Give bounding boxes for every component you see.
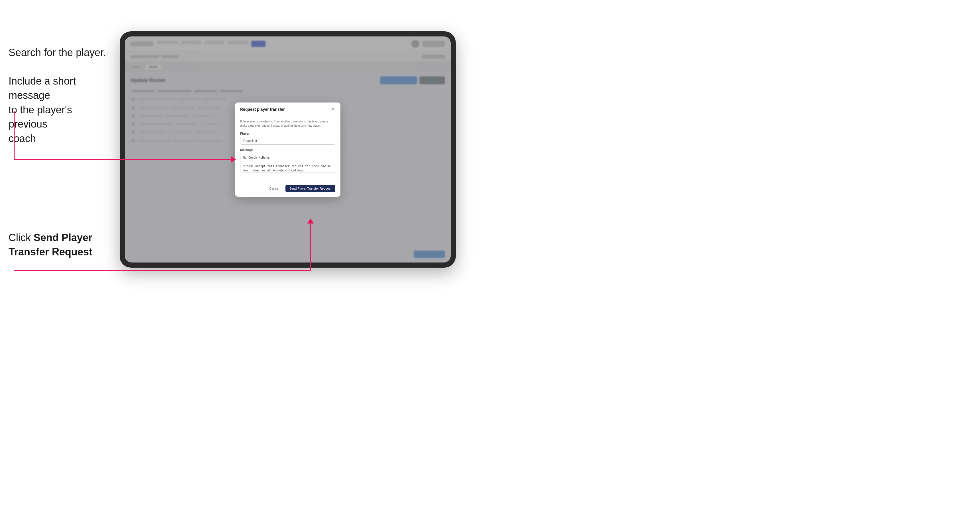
modal-footer: Cancel Send Player Transfer Request [235, 182, 340, 197]
tablet-screen: Roster Roster Update Roster [125, 37, 451, 262]
modal-description: If the player is transferring from anoth… [240, 119, 335, 128]
send-transfer-request-button[interactable]: Send Player Transfer Request [285, 185, 335, 192]
annotation-search: Search for the player. [8, 46, 106, 60]
modal-header: Request player transfer ✕ [235, 103, 340, 115]
message-field-label: Message [240, 148, 335, 151]
cancel-button[interactable]: Cancel [265, 185, 283, 192]
modal-overlay: Request player transfer ✕ If the player … [125, 37, 451, 262]
annotation-click: Click Send Player Transfer Request [8, 231, 111, 259]
modal-title: Request player transfer [240, 107, 285, 112]
player-input[interactable] [240, 137, 335, 144]
player-field-label: Player [240, 132, 335, 135]
annotation-message: Include a short messageto the player's p… [8, 74, 111, 146]
request-transfer-modal: Request player transfer ✕ If the player … [235, 103, 340, 197]
modal-body: If the player is transferring from anoth… [235, 115, 340, 182]
tablet-device: Roster Roster Update Roster [120, 31, 456, 268]
message-textarea[interactable]: Hi Coach McHarg, Please accept this tran… [240, 153, 335, 173]
modal-close-button[interactable]: ✕ [329, 106, 335, 112]
